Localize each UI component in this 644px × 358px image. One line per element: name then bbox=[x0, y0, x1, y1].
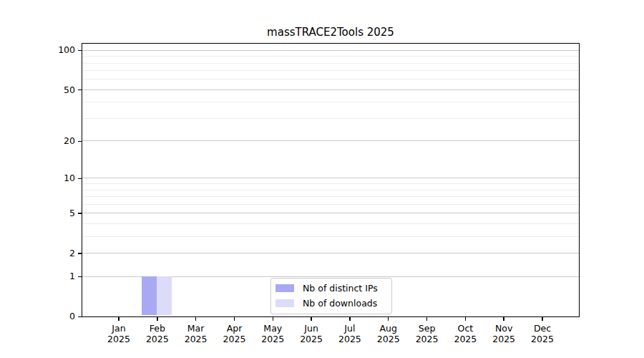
x-tick-label-oct: Oct2025 bbox=[445, 324, 485, 344]
chart-title: massTRACE2Tools 2025 bbox=[82, 26, 580, 39]
major-gridline bbox=[82, 140, 579, 141]
x-tick-label-month: Jun bbox=[291, 324, 331, 334]
x-tick-label-month: Aug bbox=[369, 324, 409, 334]
legend: Nb of distinct IPs Nb of downloads bbox=[270, 278, 392, 314]
x-tick-label-year: 2025 bbox=[291, 334, 331, 345]
legend-label-distinct-ips: Nb of distinct IPs bbox=[303, 283, 378, 294]
bar-feb-distinct-ips bbox=[142, 276, 157, 315]
y-tick-label: 50 bbox=[47, 86, 75, 95]
legend-label-downloads: Nb of downloads bbox=[303, 298, 377, 309]
y-tick-label: 10 bbox=[47, 174, 75, 183]
x-tick-label-jun: Jun2025 bbox=[291, 324, 331, 344]
x-tick-label-mar: Mar2025 bbox=[176, 324, 216, 344]
x-tick-label-sep: Sep2025 bbox=[407, 324, 447, 344]
x-tick-label-year: 2025 bbox=[522, 334, 562, 345]
minor-gridline bbox=[82, 102, 579, 102]
minor-gridline bbox=[82, 56, 579, 57]
x-tick-label-month: Sep bbox=[407, 324, 447, 334]
x-tick-label-aug: Aug2025 bbox=[369, 324, 409, 344]
x-tick-label-year: 2025 bbox=[176, 334, 216, 345]
major-gridline bbox=[82, 90, 579, 90]
minor-gridline bbox=[82, 79, 579, 79]
x-tick-label-month: Mar bbox=[176, 324, 216, 334]
x-tick-label-month: Jan bbox=[99, 324, 139, 334]
plot-area bbox=[82, 43, 580, 317]
x-tick-label-month: Feb bbox=[137, 324, 177, 334]
major-gridline bbox=[82, 213, 579, 213]
x-tick-label-year: 2025 bbox=[99, 334, 139, 345]
x-tick-label-year: 2025 bbox=[407, 334, 447, 345]
minor-gridline bbox=[82, 190, 579, 190]
legend-item-distinct-ips: Nb of distinct IPs bbox=[275, 282, 391, 294]
x-tick-label-nov: Nov2025 bbox=[484, 324, 524, 344]
y-tick bbox=[78, 90, 82, 90]
minor-gridline bbox=[82, 63, 579, 64]
x-tick-label-month: Nov bbox=[484, 324, 524, 334]
x-tick-label-year: 2025 bbox=[330, 334, 370, 345]
x-tick-label-year: 2025 bbox=[137, 334, 177, 345]
minor-gridline bbox=[82, 196, 579, 197]
x-tick bbox=[118, 317, 119, 321]
y-tick bbox=[78, 178, 82, 179]
y-tick bbox=[78, 213, 82, 213]
x-tick-label-month: May bbox=[253, 324, 293, 334]
x-tick bbox=[388, 317, 389, 321]
minor-gridline bbox=[82, 204, 579, 205]
y-tick-label: 100 bbox=[47, 46, 75, 55]
x-tick-label-jul: Jul2025 bbox=[330, 324, 370, 344]
major-gridline bbox=[82, 253, 579, 253]
x-tick-label-year: 2025 bbox=[484, 334, 524, 345]
figure: massTRACE2Tools 2025 Nb of distinct IPs … bbox=[0, 0, 644, 358]
x-tick bbox=[349, 317, 350, 321]
x-tick-label-month: Apr bbox=[214, 324, 254, 334]
y-tick bbox=[78, 276, 82, 277]
minor-gridline bbox=[82, 70, 579, 71]
legend-swatch-distinct-ips bbox=[275, 284, 294, 292]
legend-swatch-downloads bbox=[275, 299, 294, 307]
minor-gridline bbox=[82, 118, 579, 119]
major-gridline bbox=[82, 50, 579, 51]
x-tick-label-year: 2025 bbox=[445, 334, 485, 345]
x-tick-label-apr: Apr2025 bbox=[214, 324, 254, 344]
x-tick-label-month: Oct bbox=[445, 324, 485, 334]
x-tick-label-feb: Feb2025 bbox=[137, 324, 177, 344]
y-tick-label: 0 bbox=[47, 312, 75, 321]
x-tick-label-month: Jul bbox=[330, 324, 370, 334]
y-tick-label: 20 bbox=[47, 137, 75, 146]
x-tick-label-may: May2025 bbox=[253, 324, 293, 344]
major-gridline bbox=[82, 178, 579, 178]
x-tick-label-year: 2025 bbox=[253, 334, 293, 345]
x-tick bbox=[234, 317, 235, 321]
x-tick bbox=[503, 317, 504, 321]
x-tick-label-month: Dec bbox=[522, 324, 562, 334]
minor-gridline bbox=[82, 183, 579, 184]
x-tick-label-jan: Jan2025 bbox=[99, 324, 139, 344]
y-tick-label: 2 bbox=[47, 249, 75, 258]
x-tick-label-year: 2025 bbox=[369, 334, 409, 345]
x-tick bbox=[465, 317, 466, 321]
y-tick bbox=[78, 141, 82, 142]
minor-gridline bbox=[82, 236, 579, 237]
x-tick bbox=[273, 317, 273, 321]
y-tick-label: 5 bbox=[47, 209, 75, 218]
x-tick bbox=[195, 317, 196, 321]
x-tick bbox=[542, 317, 542, 321]
y-tick bbox=[78, 253, 82, 253]
bar-feb-downloads bbox=[157, 276, 172, 315]
y-tick bbox=[78, 50, 82, 51]
legend-item-downloads: Nb of downloads bbox=[275, 297, 391, 309]
x-tick bbox=[426, 317, 427, 321]
x-tick bbox=[157, 317, 157, 321]
x-tick-label-dec: Dec2025 bbox=[522, 324, 562, 344]
y-tick-label: 1 bbox=[47, 272, 75, 281]
x-tick bbox=[311, 317, 311, 321]
y-tick bbox=[78, 316, 82, 317]
minor-gridline bbox=[82, 223, 579, 224]
x-tick-label-year: 2025 bbox=[214, 334, 254, 345]
